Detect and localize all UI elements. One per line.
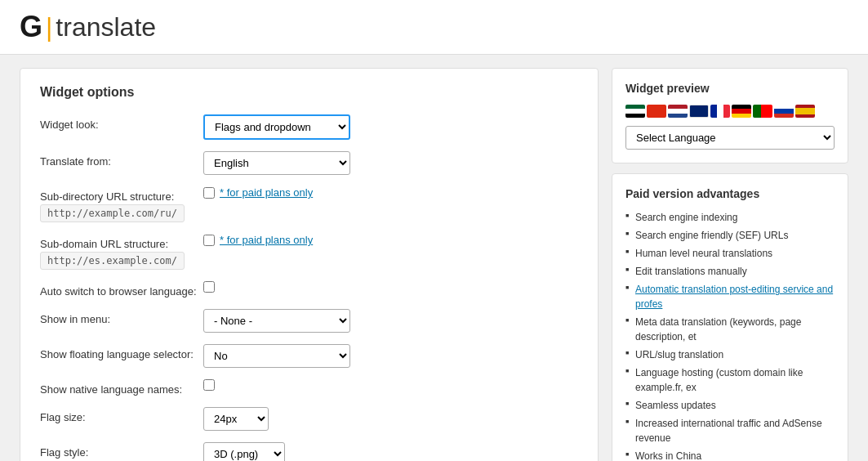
flag-en (689, 105, 709, 118)
advantage-item: Seamless updates (625, 396, 835, 414)
widget-options-title: Widget options (40, 85, 578, 100)
auto-translation-link[interactable]: Automatic translation post-editing servi… (635, 284, 833, 310)
translate-from-wrapper: English Auto detect Afrikaans (203, 151, 578, 175)
widget-look-label: Widget look: (40, 114, 203, 131)
show-floating-label: Show floating language selector: (40, 344, 203, 360)
flag-style-row: Flag style: 3D (.png) Flat (.svg) (40, 442, 578, 461)
top-bar: G | translate (0, 0, 868, 55)
flag-de (732, 105, 751, 118)
subdirectory-label: Sub-directory URL structure: http://exam… (40, 186, 203, 222)
advantage-item: Search engine indexing (625, 208, 835, 226)
widget-look-row: Widget look: Flags and dropdown Flags on… (40, 114, 578, 140)
flag-es (795, 105, 815, 118)
flag-style-label: Flag style: (40, 442, 203, 459)
logo-text: translate (56, 12, 156, 43)
widget-options-panel: Widget options Widget look: Flags and dr… (20, 68, 599, 461)
flag-zh (647, 105, 666, 118)
show-native-checkbox[interactable] (203, 379, 215, 391)
flag-size-row: Flag size: 16px 24px 32px (40, 407, 578, 431)
flag-ru (774, 105, 794, 118)
advantage-item: Edit translations manually (625, 262, 835, 280)
subdirectory-checkbox-row: * for paid plans only (203, 186, 578, 199)
advantage-item: URL/slug translation (625, 346, 835, 364)
preview-panel: Widget preview Select Language English S… (612, 68, 848, 163)
auto-switch-control (203, 281, 578, 293)
right-panel: Widget preview Select Language English S… (612, 68, 848, 461)
advantage-item: Human level neural translations (625, 244, 835, 262)
subdirectory-control: * for paid plans only (203, 186, 578, 199)
advantages-panel: Paid version advantages Search engine in… (612, 173, 848, 461)
show-native-label: Show native language names: (40, 379, 203, 396)
widget-look-select[interactable]: Flags and dropdown Flags only Dropdown o… (203, 114, 350, 140)
subdomain-paid-link[interactable]: * for paid plans only (220, 234, 313, 246)
advantages-title: Paid version advantages (625, 187, 835, 200)
flag-ar (625, 105, 645, 118)
subdomain-checkbox[interactable] (203, 235, 215, 246)
advantages-list: Search engine indexing Search engine fri… (625, 208, 835, 461)
show-native-row: Show native language names: (40, 379, 578, 396)
advantage-item: Language hosting (custom domain like exa… (625, 364, 835, 396)
flag-size-select[interactable]: 16px 24px 32px (203, 407, 269, 431)
translate-from-select[interactable]: English Auto detect Afrikaans (203, 151, 350, 175)
subdirectory-paid-link[interactable]: * for paid plans only (220, 186, 313, 199)
subdomain-example: http://es.example.com/ (40, 252, 185, 270)
show-in-menu-row: Show in menu: - None - Main menu Footer (40, 309, 578, 333)
flag-nl (668, 105, 688, 118)
show-in-menu-select[interactable]: - None - Main menu Footer (203, 309, 350, 333)
logo-g: G (20, 10, 42, 44)
subdirectory-checkbox[interactable] (203, 187, 215, 199)
flags-row (625, 105, 835, 118)
translate-from-row: Translate from: English Auto detect Afri… (40, 151, 578, 175)
auto-switch-row: Auto switch to browser language: (40, 281, 578, 298)
show-floating-control: No Yes (203, 344, 578, 368)
auto-switch-label: Auto switch to browser language: (40, 281, 203, 298)
flag-size-control: 16px 24px 32px (203, 407, 578, 431)
flag-size-label: Flag size: (40, 407, 203, 423)
subdomain-label: Sub-domain URL structure: http://es.exam… (40, 234, 203, 270)
flag-fr (710, 105, 730, 118)
preview-title: Widget preview (625, 82, 835, 95)
logo-bar: | (46, 12, 52, 43)
show-floating-row: Show floating language selector: No Yes (40, 344, 578, 368)
auto-switch-checkbox[interactable] (203, 281, 215, 293)
advantage-item: Works in China (625, 447, 835, 461)
show-in-menu-label: Show in menu: (40, 309, 203, 325)
main-content: Widget options Widget look: Flags and dr… (0, 55, 868, 461)
show-floating-select[interactable]: No Yes (203, 344, 350, 368)
advantage-item: Meta data translation (keywords, page de… (625, 313, 835, 346)
advantage-item-link: Automatic translation post-editing servi… (625, 280, 835, 313)
subdomain-row: Sub-domain URL structure: http://es.exam… (40, 234, 578, 270)
advantage-item: Search engine friendly (SEF) URLs (625, 226, 835, 244)
flag-style-control: 3D (.png) Flat (.svg) (203, 442, 578, 461)
subdomain-control: * for paid plans only (203, 234, 578, 246)
flag-pt (753, 105, 772, 118)
subdomain-checkbox-row: * for paid plans only (203, 234, 578, 246)
translate-from-label: Translate from: (40, 151, 203, 168)
select-language-dropdown[interactable]: Select Language English Spanish French (625, 126, 835, 150)
subdirectory-example: http://example.com/ru/ (40, 204, 185, 222)
translate-from-control: English Auto detect Afrikaans (203, 151, 578, 175)
show-native-control (203, 379, 578, 391)
widget-look-control: Flags and dropdown Flags only Dropdown o… (203, 114, 578, 140)
subdirectory-row: Sub-directory URL structure: http://exam… (40, 186, 578, 222)
flag-style-select[interactable]: 3D (.png) Flat (.svg) (203, 442, 285, 461)
show-in-menu-control: - None - Main menu Footer (203, 309, 578, 333)
advantage-item: Increased international traffic and AdSe… (625, 414, 835, 447)
logo: G | translate (20, 10, 156, 44)
